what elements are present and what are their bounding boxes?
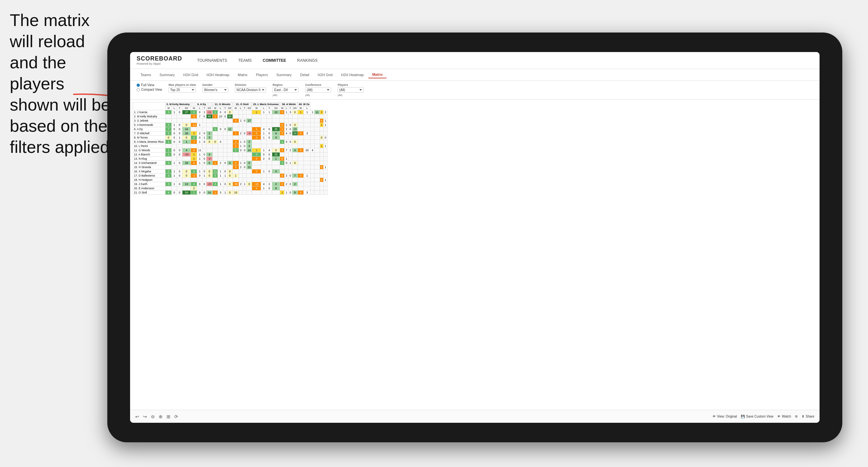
sub-nav-summary2[interactable]: Summary <box>273 71 296 78</box>
cell-r9-c0-w: 1 <box>165 148 172 153</box>
col-marie-schumac: 23. L Marie Schumac <box>252 102 280 106</box>
cell-r3-c2-l <box>218 123 223 127</box>
cell-r16-c5-d <box>292 178 298 182</box>
player-name-14: 16. X Mcgaha <box>133 169 165 174</box>
cell-r9-c7-l <box>323 148 328 153</box>
region-select[interactable]: East - DII <box>273 87 299 93</box>
players-select[interactable]: (All) <box>338 87 364 93</box>
cell-r0-c2-l: 0 <box>218 110 223 115</box>
cell-r15-c1-l: 0 <box>197 174 202 178</box>
cell-r0-c7-l: 2 <box>323 110 328 115</box>
cell-r9-c1-l: 11 <box>197 148 202 153</box>
nav-tournaments[interactable]: TOURNAMENTS <box>192 56 232 65</box>
cell-r10-c1-t: 0 <box>202 153 206 157</box>
cell-r17-c6-t <box>311 182 314 186</box>
cell-r13-c5-t <box>288 165 292 169</box>
share-button[interactable]: ⬆ Share <box>802 415 814 418</box>
cell-r14-c3-d <box>247 169 252 174</box>
cell-r2-c5-d <box>292 119 298 123</box>
sub-nav-h2h-heatmap[interactable]: H2H Heatmap <box>203 71 233 78</box>
zoom-in-button[interactable]: ⊕ <box>159 414 163 419</box>
cell-r17-c4-w: -10 <box>252 182 261 186</box>
save-custom-button[interactable]: 💾 Save Custom View <box>741 415 773 418</box>
undo-button[interactable]: ↩ <box>135 414 139 419</box>
cell-r11-c6-d <box>314 157 320 161</box>
cell-r18-c0-l <box>172 186 177 191</box>
max-players-select[interactable]: Top 25 <box>168 87 196 93</box>
settings-button[interactable]: ⚙ <box>795 415 798 418</box>
player-name-11: 13. N Klug <box>133 157 165 161</box>
cell-r15-c3-w: 1 <box>232 174 239 178</box>
cell-r10-c0-d: -58 <box>182 153 191 157</box>
cell-r4-c4-l: 4 <box>261 127 267 131</box>
cell-r12-c0-w: 3 <box>165 161 172 165</box>
cell-r2-c5-w <box>280 119 285 123</box>
cell-r5-c3-w: 1 <box>232 131 239 135</box>
sub-nav-matrix2[interactable]: Matrix <box>368 71 386 79</box>
cell-r10-c3-w <box>232 153 239 157</box>
cell-r13-c0-w <box>165 165 172 169</box>
cell-r16-c5-l <box>285 178 288 182</box>
refresh-button[interactable]: ⟳ <box>174 414 178 419</box>
cell-r8-c3-d: 2 <box>247 144 252 148</box>
cell-r18-c0-d <box>182 186 191 191</box>
cell-r14-c0-w: 2 <box>165 169 172 174</box>
cell-r12-c2-d: 4 <box>227 161 232 165</box>
cell-r10-c7-l <box>323 153 328 157</box>
sub-nav-h2h-heatmap2[interactable]: H2H Heatmap <box>337 71 368 78</box>
sub-nav-summary[interactable]: Summary <box>155 71 179 78</box>
cell-r7-c5-d: 0 <box>292 140 298 144</box>
cell-r4-c6-t <box>311 127 314 131</box>
watch-button[interactable]: 👁 Watch <box>777 415 791 418</box>
cell-r15-c0-l: 1 <box>172 174 177 178</box>
cell-r16-c4-w <box>252 178 261 182</box>
division-select[interactable]: NCAA Division II <box>235 87 266 93</box>
full-view-option[interactable]: Full View <box>136 83 162 87</box>
cell-r10-c1-w: 1 <box>191 153 197 157</box>
cell-r2-c3-l: 2 <box>239 119 243 123</box>
compact-view-option[interactable]: Compact View <box>136 88 162 91</box>
cell-r18-c4-t: 0 <box>267 186 272 191</box>
sub-nav-detail[interactable]: Detail <box>296 71 313 78</box>
cell-r15-c1-d: 0 <box>206 174 212 178</box>
cell-r13-c5-w <box>280 165 285 169</box>
cell-r13-c0-t <box>177 165 182 169</box>
nav-committee[interactable]: COMMITTEE <box>257 56 291 65</box>
nav-teams[interactable]: TEAMS <box>233 56 257 65</box>
sub-nav-h2h-grid[interactable]: H2H Grid <box>179 71 202 78</box>
cell-r5-c3-d: -4 <box>247 131 252 135</box>
cell-r7-c0-t: 0 <box>177 140 182 144</box>
cell-r6-c5-w <box>280 135 285 140</box>
cell-r2-c2-t <box>223 119 227 123</box>
sub-nav-teams[interactable]: Teams <box>136 71 155 78</box>
redo-button[interactable]: ↪ <box>143 414 147 419</box>
cell-r10-c1-l: 1 <box>197 153 202 157</box>
cell-r12-c4-t <box>267 161 272 165</box>
full-view-radio[interactable] <box>136 84 140 87</box>
cell-r15-c6-t <box>311 174 314 178</box>
conference-select[interactable]: (All) <box>305 87 331 93</box>
cell-r2-c4-w <box>252 119 261 123</box>
cell-r3-c4-l <box>261 123 267 127</box>
annotation-text: The matrix will reload and the players s… <box>10 10 111 158</box>
cell-r11-c3-d <box>247 157 252 161</box>
sub-nav-matrix[interactable]: Matrix <box>234 71 251 78</box>
gender-select[interactable]: Women's <box>202 87 228 93</box>
view-original-button[interactable]: 👁 View: Original <box>713 415 737 418</box>
cell-r7-c4-d <box>272 140 280 144</box>
sub-nav-players[interactable]: Players <box>252 71 272 78</box>
cell-r12-c1-t: 0 <box>202 161 206 165</box>
cell-r2-c2-l <box>218 119 223 123</box>
zoom-out-button[interactable]: ⊖ <box>151 414 155 419</box>
compact-view-radio[interactable] <box>136 88 140 91</box>
cell-r0-c6-t: 1 <box>311 110 314 115</box>
cell-r19-c5-l: 1 <box>285 191 288 195</box>
cell-r9-c6-d <box>314 148 320 153</box>
fit-button[interactable]: ⊞ <box>166 414 170 419</box>
sub-nav-h2h-grid2[interactable]: H2H Grid <box>314 71 337 78</box>
cell-r10-c5-t <box>288 153 292 157</box>
matrix-area[interactable]: 2. M Kelly Mulcahy 6. A Dy 11. G Woods 2… <box>130 99 819 410</box>
nav-rankings[interactable]: RANKINGS <box>292 56 323 65</box>
cell-r17-c6-l <box>304 182 311 186</box>
cell-r1-c5-t <box>288 115 292 119</box>
